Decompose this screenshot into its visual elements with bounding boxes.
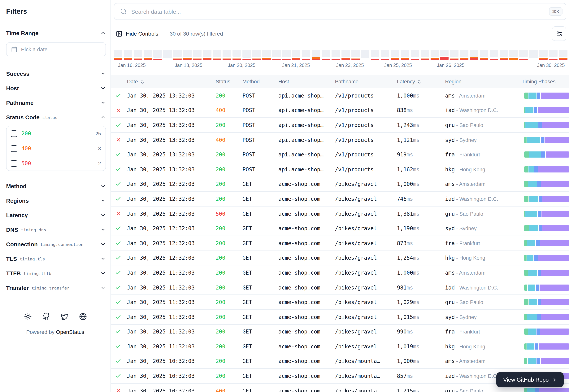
tls-phase <box>536 240 540 246</box>
cell-host: acme-shop.com <box>277 299 333 305</box>
cell-pathname: /v1/products <box>333 107 395 113</box>
timeline-bar-error <box>361 60 370 60</box>
sidebar-section-code: status <box>42 115 57 120</box>
status-code-facet[interactable]: 500 2 <box>6 156 106 170</box>
timeline-bar-error <box>242 59 251 60</box>
timeline-bar-error <box>371 59 379 60</box>
timeline-bar-error <box>430 59 439 60</box>
sidebar-section[interactable]: TLS timing.tls <box>6 251 106 266</box>
timeline-bar-pending <box>114 50 122 57</box>
view-settings-button[interactable] <box>552 26 566 41</box>
table-row[interactable]: Jan 30, 2025 13:32:03 200 POST api.acme-… <box>111 118 569 133</box>
checkbox[interactable] <box>11 130 17 137</box>
panel-left-close-icon <box>116 30 122 37</box>
cell-latency: 838ms <box>395 107 444 113</box>
table-row[interactable]: Jan 30, 2025 11:32:03 200 GET acme-shop.… <box>111 310 569 324</box>
timeline-axis-label: Jan 21, 2025 <box>282 63 310 68</box>
sidebar-section[interactable]: Regions <box>6 193 106 208</box>
sidebar-section[interactable]: DNS timing.dns <box>6 222 106 237</box>
timeline-bar <box>252 50 261 60</box>
timeline-bar <box>440 50 449 60</box>
table-row[interactable]: Jan 30, 2025 12:32:03 200 GET acme-shop.… <box>111 177 569 192</box>
date-picker-input[interactable]: Pick a date <box>6 42 106 56</box>
table-row[interactable]: Jan 30, 2025 12:32:03 200 GET acme-shop.… <box>111 236 569 251</box>
table-row[interactable]: Jan 30, 2025 13:32:03 400 POST api.acme-… <box>111 133 569 147</box>
dns-phase <box>524 137 527 143</box>
search-input[interactable] <box>114 3 566 20</box>
table-row[interactable]: Jan 30, 2025 13:32:03 400 POST api.acme-… <box>111 103 569 118</box>
timeline-bar-error <box>312 59 320 60</box>
facet-count: 2 <box>98 160 101 166</box>
dns-phase <box>524 240 527 246</box>
sidebar-section[interactable]: Time Range <box>6 26 106 40</box>
tls-phase <box>537 181 541 187</box>
cell-pathname: /bikes/gravel <box>333 314 395 320</box>
table-row[interactable]: Jan 30, 2025 13:32:03 200 POST api.acme-… <box>111 147 569 162</box>
table-row[interactable]: Jan 30, 2025 10:32:03 200 GET acme-shop.… <box>111 354 569 369</box>
cell-status: 200 <box>214 358 241 364</box>
timeline-bar-pending <box>302 50 310 57</box>
table-row[interactable]: Jan 30, 2025 11:32:03 200 GET acme-shop.… <box>111 280 569 295</box>
timing-phases-bar <box>524 93 569 99</box>
table-row[interactable]: Jan 30, 2025 13:32:03 200 POST api.acme-… <box>111 88 569 103</box>
ttfb-phase <box>540 240 569 246</box>
timeline-axis-label: Jan 20, 2025 <box>228 63 255 68</box>
globe-icon[interactable] <box>79 313 87 321</box>
table-row[interactable]: Jan 30, 2025 12:32:03 200 GET acme-shop.… <box>111 221 569 236</box>
sidebar-section[interactable]: TTFB timing.ttfb <box>6 266 106 280</box>
sidebar-section[interactable]: Success <box>6 66 106 81</box>
table-row[interactable]: Jan 30, 2025 13:32:03 200 POST api.acme-… <box>111 162 569 177</box>
sidebar-section[interactable]: Transfer timing.transfer <box>6 280 106 295</box>
table-row[interactable]: Jan 30, 2025 12:32:03 200 GET acme-shop.… <box>111 251 569 266</box>
header-latency[interactable]: Latency <box>395 79 444 84</box>
timeline-bar <box>144 50 152 60</box>
cell-method: GET <box>241 299 277 305</box>
sidebar-section[interactable]: Host <box>6 81 106 95</box>
table-row[interactable]: Jan 30, 2025 11:32:03 200 GET acme-shop.… <box>111 266 569 280</box>
timeline-bar-pending <box>134 50 142 57</box>
hide-controls-button[interactable]: Hide Controls <box>114 30 160 37</box>
table-row[interactable]: Jan 30, 2025 11:32:03 200 GET acme-shop.… <box>111 339 569 354</box>
timing-phases-bar <box>524 270 569 276</box>
ttfb-phase <box>541 181 569 187</box>
sidebar-section[interactable]: Status Code status <box>6 110 106 124</box>
table-row[interactable]: Jan 30, 2025 12:32:03 500 GET acme-shop.… <box>111 207 569 221</box>
theme-toggle-sun-icon[interactable] <box>24 313 31 321</box>
sidebar-section[interactable]: Method <box>6 179 106 193</box>
timeline-bar-pending <box>371 50 379 57</box>
timing-phases-bar <box>524 210 569 217</box>
cell-latency: 1,215ms <box>395 388 444 392</box>
cell-date: Jan 30, 2025 12:32:03 <box>125 210 214 217</box>
github-icon[interactable] <box>42 313 50 321</box>
table-row[interactable]: Jan 30, 2025 12:32:03 200 GET acme-shop.… <box>111 192 569 206</box>
checkbox[interactable] <box>11 160 17 167</box>
sidebar-section[interactable]: Pathname <box>6 95 106 110</box>
timeline-bar <box>223 50 231 60</box>
timeline-bar-pending <box>144 50 152 57</box>
ttfb-phase <box>538 255 569 261</box>
openstatus-link[interactable]: OpenStatus <box>56 329 84 336</box>
header-date[interactable]: Date <box>125 79 214 84</box>
sidebar-section[interactable]: Latency <box>6 208 106 222</box>
timeline-bar-error <box>233 59 241 60</box>
timeline-chart[interactable]: Jan 16, 2025Jan 18, 2025Jan 20, 2025Jan … <box>114 50 568 69</box>
timing-phases-bar <box>524 196 569 202</box>
timeline-bar-pending <box>153 50 162 58</box>
status-code-facet[interactable]: 200 25 <box>6 126 106 141</box>
table-row[interactable]: Jan 30, 2025 11:32:03 200 GET acme-shop.… <box>111 295 569 310</box>
chevron-icon <box>100 241 106 247</box>
timeline-bar-error <box>292 58 300 60</box>
timeline-bar-pending <box>361 50 370 58</box>
status-code-facet[interactable]: 400 3 <box>6 141 106 156</box>
timeline-bar <box>203 50 211 60</box>
twitter-icon[interactable] <box>61 313 68 321</box>
table-row[interactable]: Jan 30, 2025 11:32:03 200 GET acme-shop.… <box>111 324 569 339</box>
cell-status: 200 <box>214 93 241 99</box>
view-github-repo-button[interactable]: View GitHub Repo <box>496 372 564 387</box>
checkbox[interactable] <box>11 145 17 152</box>
sidebar-section[interactable]: Connection timing.connection <box>6 237 106 251</box>
timeline-bar <box>312 50 320 60</box>
cell-latency: 873ms <box>395 240 444 246</box>
check-icon <box>115 343 121 350</box>
cell-date: Jan 30, 2025 11:32:03 <box>125 284 214 291</box>
